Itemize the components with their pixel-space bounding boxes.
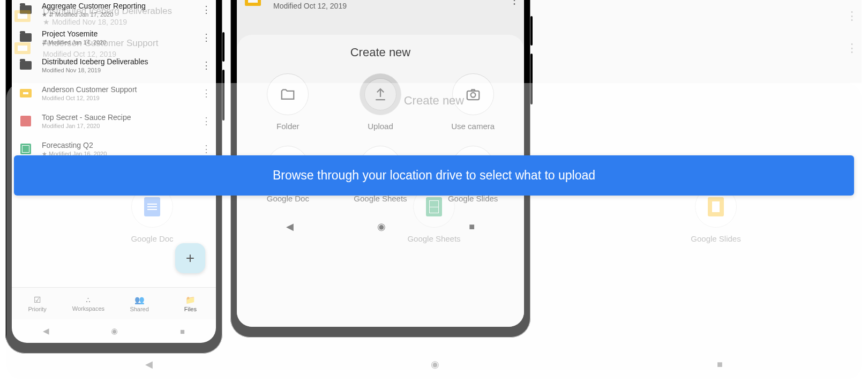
nav-recents-icon[interactable]: ■ <box>717 359 723 370</box>
more-icon: ⋮ <box>845 42 858 54</box>
slides-icon <box>12 5 33 27</box>
create-new-sheet: Create new Google DocGoogle SheetsGoogle… <box>6 83 862 379</box>
nav-back-icon[interactable]: ◀ <box>145 358 153 370</box>
option-label: Google Slides <box>691 234 740 243</box>
file-title: Anderson Customer Support <box>43 38 845 49</box>
file-title: Distributed Iceberg Deliverables <box>43 6 845 17</box>
list-item: Anderson Customer SupportModified Oct 12… <box>6 32 862 64</box>
file-subtitle: ★ Modified Nov 18, 2019 <box>43 18 845 26</box>
option-label: Google Doc <box>131 234 173 243</box>
system-nav: ◀ ◉ ■ <box>6 348 862 380</box>
slides-icon <box>12 38 33 59</box>
option-label: Google Sheets <box>407 234 460 243</box>
dimmed-files-list: Distributed Iceberg Deliverables★ Modifi… <box>6 0 862 83</box>
instruction-tooltip: Browse through your location drive to se… <box>14 155 854 196</box>
nav-home-icon[interactable]: ◉ <box>431 358 439 370</box>
list-item: Distributed Iceberg Deliverables★ Modifi… <box>6 0 862 32</box>
file-subtitle: Modified Oct 12, 2019 <box>43 50 845 58</box>
more-icon: ⋮ <box>845 10 858 22</box>
sheet-title: Create new <box>14 94 854 108</box>
